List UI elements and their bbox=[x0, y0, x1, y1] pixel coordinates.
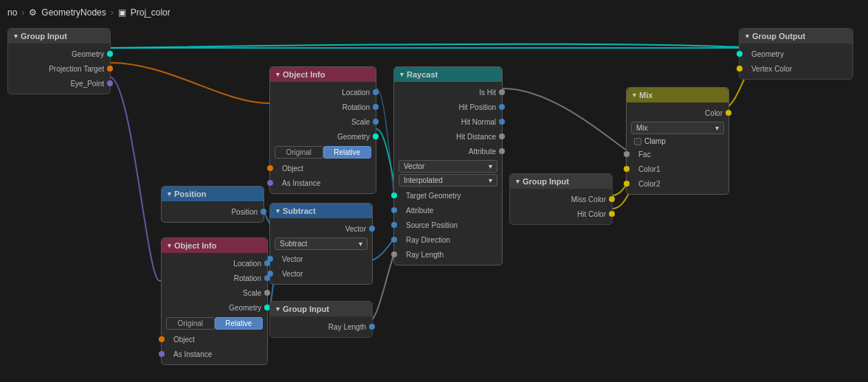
oit-toggle-group: Original Relative bbox=[275, 146, 371, 159]
oit-scale-row: Scale bbox=[270, 114, 376, 129]
node-icon: ▣ bbox=[118, 7, 126, 18]
group-input-bottom-body: Ray Length bbox=[270, 316, 372, 337]
hit-color-socket bbox=[609, 211, 615, 217]
group-input-top-title: Group Input bbox=[21, 32, 67, 41]
eye-point-row: Eye_Point bbox=[8, 76, 110, 91]
object-info-top-header[interactable]: ▾ Object Info bbox=[270, 67, 376, 82]
hit-normal-socket bbox=[499, 119, 505, 125]
sub-vector2-row: Vector bbox=[270, 266, 372, 281]
group-input-bottom-title: Group Input bbox=[283, 305, 329, 313]
oit-asinstance-row: As Instance bbox=[270, 176, 376, 190]
raycast-title: Raycast bbox=[407, 70, 438, 79]
chevron-icon: ▾ bbox=[14, 32, 18, 40]
oib-object-row: Object bbox=[162, 332, 267, 347]
hit-normal-row: Hit Normal bbox=[394, 114, 502, 129]
color1-socket bbox=[624, 166, 630, 172]
target-geometry-socket bbox=[391, 192, 397, 198]
breadcrumb-item-3[interactable]: Proj_color bbox=[131, 7, 170, 18]
raycast-header[interactable]: ▾ Raycast bbox=[394, 67, 502, 82]
mix-header[interactable]: ▾ Mix bbox=[627, 88, 728, 103]
oit-geometry-row: Geometry bbox=[270, 129, 376, 144]
mix-color-out-row: Color bbox=[627, 105, 728, 120]
projection-target-row: Projection Target bbox=[8, 61, 110, 76]
r-attribute-row: Attribute bbox=[394, 203, 502, 218]
breadcrumb-item-1[interactable]: no bbox=[7, 7, 17, 18]
group-output-node: ▾ Group Output Geometry Vertex Color bbox=[739, 28, 853, 80]
color2-socket bbox=[624, 181, 630, 187]
group-input-top-body: Geometry Projection Target Eye_Point bbox=[8, 44, 110, 94]
oib-scale-row: Scale bbox=[162, 285, 267, 300]
subtract-header[interactable]: ▾ Subtract bbox=[270, 204, 372, 218]
ray-length-out-row: Ray Length bbox=[270, 319, 372, 334]
group-output-header[interactable]: ▾ Group Output bbox=[740, 29, 852, 44]
hit-position-row: Hit Position bbox=[394, 100, 502, 114]
chevron-icon: ▾ bbox=[276, 305, 280, 313]
clamp-row: Clamp bbox=[627, 136, 728, 147]
ray-length-out-socket bbox=[369, 324, 375, 330]
position-header[interactable]: ▾ Position bbox=[162, 187, 264, 201]
chevron-icon: ▾ bbox=[516, 178, 520, 185]
ray-length-row: Ray Length bbox=[394, 247, 502, 262]
mix-dropdown[interactable]: Mix▾ bbox=[631, 122, 724, 134]
group-input-mid-title: Group Input bbox=[523, 177, 569, 186]
oib-location-row: Location bbox=[162, 256, 267, 271]
group-output-body: Geometry Vertex Color bbox=[740, 44, 852, 79]
hit-color-row: Hit Color bbox=[510, 206, 612, 221]
ray-direction-socket bbox=[391, 237, 397, 243]
chevron-icon: ▾ bbox=[168, 242, 171, 249]
go-geometry-row: Geometry bbox=[740, 46, 852, 61]
r-attribute-socket bbox=[391, 207, 397, 213]
position-title: Position bbox=[174, 190, 206, 198]
chevron-icon: ▾ bbox=[633, 91, 636, 99]
oit-location-row: Location bbox=[270, 85, 376, 100]
group-input-bottom-node: ▾ Group Input Ray Length bbox=[269, 301, 373, 338]
oit-relative-btn[interactable]: Relative bbox=[323, 146, 372, 159]
oit-object-row: Object bbox=[270, 161, 376, 176]
fac-row: Fac bbox=[627, 147, 728, 162]
interpolated-dropdown[interactable]: Interpolated▾ bbox=[399, 174, 497, 187]
source-position-socket bbox=[391, 222, 397, 228]
oib-relative-btn[interactable]: Relative bbox=[215, 317, 264, 330]
ray-length-socket bbox=[391, 251, 397, 257]
oib-asinstance-row: As Instance bbox=[162, 347, 267, 361]
clamp-checkbox[interactable] bbox=[634, 138, 641, 145]
oib-toggle-group: Original Relative bbox=[166, 317, 263, 330]
group-input-bottom-header[interactable]: ▾ Group Input bbox=[270, 302, 372, 316]
subtract-node: ▾ Subtract Vector Subtract▾ Vector Vecto… bbox=[269, 203, 373, 285]
mix-node: ▾ Mix Color Mix▾ Clamp Fac Color1 Color2 bbox=[626, 87, 729, 195]
group-input-mid-header[interactable]: ▾ Group Input bbox=[510, 174, 612, 189]
source-position-row: Source Position bbox=[394, 218, 502, 232]
oib-original-btn[interactable]: Original bbox=[166, 317, 215, 330]
oit-original-btn[interactable]: Original bbox=[275, 146, 323, 159]
vertex-color-socket bbox=[737, 66, 743, 72]
position-node: ▾ Position Position bbox=[161, 186, 264, 223]
sub-vector-out-socket bbox=[369, 226, 375, 232]
color1-row: Color1 bbox=[627, 162, 728, 176]
oit-rotation-socket bbox=[373, 104, 379, 110]
group-input-mid-body: Miss Color Hit Color bbox=[510, 189, 612, 224]
oit-rotation-row: Rotation bbox=[270, 100, 376, 114]
attribute-out-row: Attribute bbox=[394, 144, 502, 159]
object-info-bottom-body: Location Rotation Scale Geometry Origina… bbox=[162, 253, 267, 364]
breadcrumb-item-2[interactable]: GeometryNodes bbox=[41, 7, 106, 18]
hit-position-socket bbox=[499, 104, 505, 110]
oit-asinstance-socket bbox=[267, 180, 273, 186]
eye-point-socket bbox=[107, 80, 113, 86]
object-info-top-body: Location Rotation Scale Geometry Origina… bbox=[270, 82, 376, 193]
oib-location-socket bbox=[264, 260, 270, 266]
object-info-top-node: ▾ Object Info Location Rotation Scale Ge… bbox=[269, 66, 376, 194]
target-geometry-row: Target Geometry bbox=[394, 188, 502, 203]
vector-dropdown[interactable]: Vector▾ bbox=[399, 160, 497, 173]
chevron-icon: ▾ bbox=[168, 190, 171, 198]
object-info-bottom-header[interactable]: ▾ Object Info bbox=[162, 238, 267, 253]
group-input-top-header[interactable]: ▾ Group Input bbox=[8, 29, 110, 44]
oib-rotation-row: Rotation bbox=[162, 271, 267, 285]
mix-body: Color Mix▾ Clamp Fac Color1 Color2 bbox=[627, 103, 728, 194]
object-info-bottom-node: ▾ Object Info Location Rotation Scale Ge… bbox=[161, 237, 268, 365]
subtract-body: Vector Subtract▾ Vector Vector bbox=[270, 218, 372, 284]
oib-asinstance-socket bbox=[159, 351, 165, 357]
fac-socket bbox=[624, 151, 630, 157]
oib-geometry-row: Geometry bbox=[162, 300, 267, 315]
sub-vector1-row: Vector bbox=[270, 251, 372, 266]
subtract-dropdown[interactable]: Subtract▾ bbox=[275, 237, 368, 250]
